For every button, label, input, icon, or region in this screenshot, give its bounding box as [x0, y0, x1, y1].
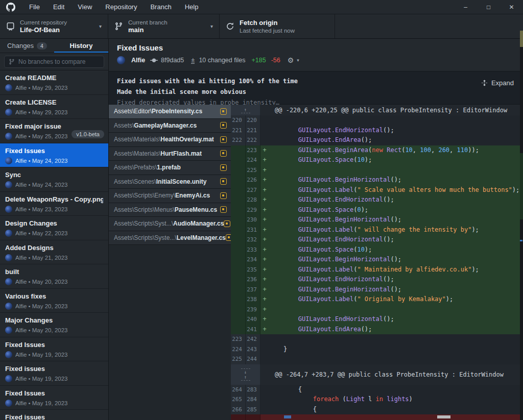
- branch-dropdown-caret-icon: ▾: [210, 23, 213, 29]
- tab-changes[interactable]: Changes 4: [0, 39, 54, 53]
- diff-line-marker: +: [260, 185, 269, 195]
- expand-button[interactable]: Expand: [481, 78, 514, 88]
- code-token: );: [446, 295, 453, 303]
- commit-list-item[interactable]: Fixed IssuesAlfie • May 19, 2023: [0, 337, 108, 362]
- expand-up-icon[interactable]: ↑: [241, 375, 250, 381]
- gear-caret-icon[interactable]: ▾: [297, 58, 299, 63]
- commit-item-title: built: [5, 268, 103, 276]
- new-line-number: 230: [246, 215, 260, 225]
- commit-item-title: Create LICENSE: [5, 98, 103, 106]
- menu-item-repository[interactable]: Repository: [99, 3, 144, 11]
- diff-line-code: [269, 165, 523, 176]
- modified-file-icon: [220, 122, 227, 129]
- commit-list-item[interactable]: Various fixesAlfie • May 20, 2023: [0, 289, 108, 313]
- fetch-origin-sublabel: Last fetched just now: [240, 27, 295, 34]
- diff-line-marker: [260, 394, 269, 405]
- background-window-fragment: [520, 47, 523, 153]
- menu-item-view[interactable]: View: [71, 3, 99, 11]
- diff-line-code: GUILayout.Space(10);: [269, 245, 523, 255]
- diff-line-marker: [260, 344, 269, 355]
- expand-down-icon[interactable]: ↓: [241, 368, 250, 375]
- commit-item-author-date: Alfie • May 24, 2023: [15, 182, 67, 188]
- file-path-prefix: Assets\Scripts\Enemy\: [114, 192, 175, 199]
- code-token: [269, 256, 298, 263]
- commit-item-title: Added Designs: [5, 244, 103, 252]
- commit-item-author-date: Alfie • May 20, 2023: [15, 303, 67, 309]
- new-line-number: 236: [246, 275, 260, 285]
- menu-item-edit[interactable]: Edit: [46, 3, 71, 11]
- close-button[interactable]: ✕: [500, 0, 523, 14]
- commit-sha[interactable]: 8f9dad5: [161, 57, 184, 64]
- code-token: );: [471, 266, 479, 273]
- diff-line-marker: +: [260, 175, 269, 185]
- code-token: [269, 206, 298, 213]
- old-line-number: [231, 245, 246, 255]
- commit-list-item[interactable]: Create LICENSEAlfie • May 29, 2023: [0, 95, 108, 119]
- hunk-expand-gutter[interactable]: ↑: [231, 105, 260, 115]
- file-list-item[interactable]: Assets\Scripts\Syste...\LevelManager.cs: [109, 231, 231, 245]
- diff-line-marker: [260, 126, 269, 136]
- file-list-item[interactable]: Assets\Scripts\Menus\PauseMenu.cs: [109, 203, 231, 217]
- commit-item-meta: Alfie • May 21, 2023: [5, 254, 103, 261]
- commit-list-item[interactable]: SyncAlfie • May 24, 2023: [0, 167, 108, 192]
- file-list-item[interactable]: Assets\GameplayManager.cs: [109, 119, 231, 133]
- diff-line-code: [269, 115, 523, 126]
- new-line-number: 231: [246, 225, 260, 235]
- diff-line: 228+ GUILayout.EndHorizontal();: [231, 195, 523, 205]
- maximize-button[interactable]: □: [477, 0, 500, 14]
- file-list-item[interactable]: Assets\Scripts\Enemy\EnemyAi.cs: [109, 189, 231, 203]
- fetch-origin-button[interactable]: Fetch origin Last fetched just now: [220, 14, 335, 38]
- commit-item-title: Fixed issues: [5, 413, 103, 420]
- commit-list-item[interactable]: Major ChangesAlfie • May 20, 2023: [0, 313, 108, 337]
- code-token: [339, 396, 342, 403]
- current-repository-value: Life-Of-Bean: [20, 26, 67, 34]
- diff-line-marker: [260, 414, 269, 420]
- menu-item-file[interactable]: File: [22, 3, 46, 11]
- diff-line: 223+ GUILayout.BeginArea(new Rect(10, 10…: [231, 145, 523, 156]
- code-token: GUILayout.EndHorizontal: [298, 127, 383, 134]
- code-token: ));: [468, 146, 479, 154]
- file-list-item[interactable]: Assets\Scripts\Syst...\AudioManager.cs: [109, 217, 231, 231]
- current-repository-button[interactable]: Current repository Life-Of-Bean ▾: [0, 14, 108, 38]
- commit-list-item[interactable]: Delete WeaponRays - Copy.pngAlfie • May …: [0, 192, 108, 216]
- commit-item-meta: Alfie • May 24, 2023: [5, 181, 103, 188]
- code-token: ): [409, 396, 413, 403]
- description-line: Made the initial scene more obvious: [117, 87, 515, 97]
- diff-line-marker: +: [260, 165, 269, 176]
- menu-item-branch[interactable]: Branch: [144, 3, 178, 11]
- minimize-button[interactable]: –: [454, 0, 477, 14]
- diff-line: 230+ GUILayout.BeginHorizontal();: [231, 215, 523, 225]
- commit-list-item[interactable]: Fixed IssuesAlfie • May 24, 2023: [0, 143, 108, 168]
- hunk-expand-gutter[interactable]: ↓↑: [231, 364, 260, 385]
- current-branch-button[interactable]: Current branch main ▾: [108, 14, 220, 38]
- expand-up-icon[interactable]: ↑: [241, 107, 250, 113]
- commit-list-item[interactable]: Fixed IssuesAlfie • May 19, 2023: [0, 386, 108, 410]
- fetch-origin-label: Fetch origin: [240, 19, 295, 27]
- diff-line-code: GUILayout.Label(" Maintained by alfiedev…: [269, 265, 523, 275]
- commit-list-item[interactable]: builtAlfie • May 20, 2023: [0, 264, 108, 289]
- file-list-item[interactable]: Assets\Scenes\InitialScene.unity: [109, 175, 231, 189]
- new-line-number: 227: [246, 185, 260, 195]
- commit-list-item[interactable]: Added DesignsAlfie • May 21, 2023: [0, 240, 108, 265]
- code-token: [269, 326, 298, 333]
- commit-list-item[interactable]: Fixed issuesAlfie • May 19, 2023: [0, 361, 108, 386]
- commit-item-title: Various fixes: [5, 292, 103, 300]
- branch-compare-input[interactable]: No branches to compare: [4, 56, 104, 68]
- file-path: Assets\GameplayManager.cs: [114, 122, 197, 129]
- file-list-item[interactable]: Assets\Materials\HurtFlash.mat: [109, 147, 231, 161]
- diff-line: 225+: [231, 165, 523, 176]
- menu-item-help[interactable]: Help: [178, 3, 205, 11]
- file-list-item[interactable]: Assets\Materials\HealthOverlay.mat: [109, 133, 231, 147]
- file-list-item[interactable]: Assets\Prefabs\1.prefab: [109, 161, 231, 175]
- commit-list-item[interactable]: Create READMEAlfie • May 29, 2023: [0, 70, 108, 95]
- tab-history[interactable]: History: [54, 39, 108, 53]
- commit-list-item[interactable]: Fixed issues: [0, 410, 108, 420]
- code-token: GUILayout.Space: [298, 206, 353, 213]
- file-path-prefix: Assets\Scripts\Menus\: [114, 206, 175, 213]
- diff-line: 239+: [231, 305, 523, 315]
- file-list-item[interactable]: Assets\Editor\ProbeIntensity.cs: [109, 105, 231, 119]
- commit-list-item[interactable]: Design ChangesAlfie • May 22, 2023: [0, 216, 108, 240]
- gear-icon[interactable]: ⚙: [288, 56, 294, 64]
- code-token: ();: [361, 326, 372, 333]
- commit-list-item[interactable]: Fixed major issueAlfie • May 25, 2023v1.…: [0, 119, 108, 143]
